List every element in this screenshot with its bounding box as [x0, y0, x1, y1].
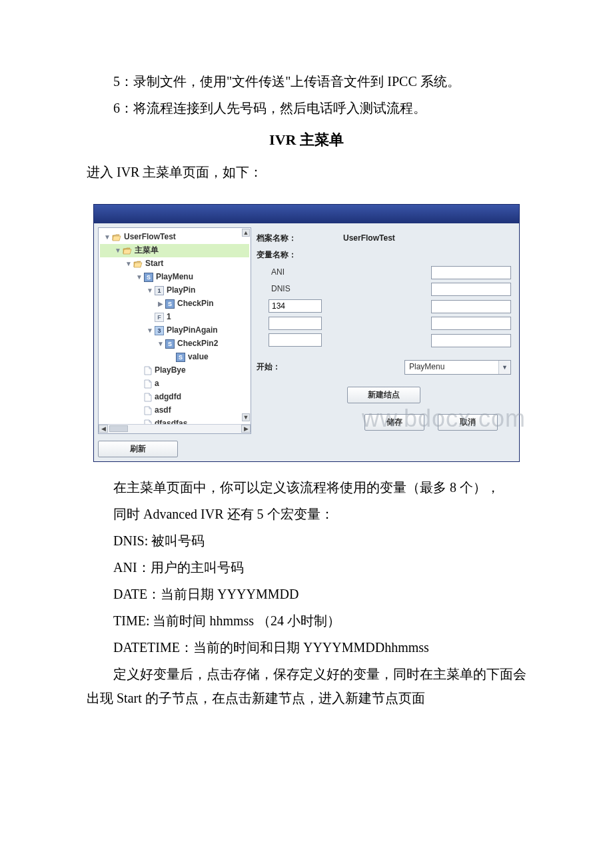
scroll-up-button[interactable]: ▲: [242, 229, 250, 237]
doc-after-3: 定义好变量后，点击存储，保存定义好的变量，同时在主菜单的下面会出现 Start …: [87, 662, 526, 710]
tree-label: CheckPin2: [177, 337, 218, 351]
chevron-down-icon: ▼: [498, 361, 510, 374]
tree-node-adgdfd[interactable]: adgdfd: [100, 391, 249, 404]
scroll-right-button[interactable]: ▶: [241, 425, 251, 433]
var-5-value-input[interactable]: [431, 334, 511, 347]
var-dnis-label: DNIS: [257, 282, 343, 297]
doc-macro-3: DATE：当前日期 YYYYMMDD: [87, 582, 526, 606]
three-node-icon: 3: [155, 326, 164, 335]
horizontal-scrollbar[interactable]: ◀ ▶: [99, 424, 251, 433]
s-node-icon: S: [176, 353, 185, 362]
s-node-icon: S: [165, 339, 175, 349]
tree-label: 主菜单: [135, 243, 159, 258]
tree-node-checkpin[interactable]: ▶ S CheckPin: [100, 297, 249, 311]
chevron-down-icon[interactable]: ▼: [125, 258, 132, 270]
document-icon: [144, 393, 152, 402]
chevron-down-icon[interactable]: ▼: [147, 325, 153, 337]
scroll-down-button[interactable]: ▼: [242, 413, 250, 421]
folder-open-icon: [123, 247, 132, 255]
app-window: ▲ ▼ ▼ UserFlowTest ▼: [93, 204, 520, 462]
tree-node-start[interactable]: ▼ Start: [100, 257, 249, 271]
chevron-down-icon[interactable]: ▼: [115, 245, 121, 257]
tree-label: value: [188, 350, 209, 365]
tree-label: Start: [145, 257, 163, 271]
var-5-name-input[interactable]: [269, 333, 322, 347]
tree-node-1[interactable]: F 1: [100, 311, 249, 324]
tree-label: a: [155, 377, 159, 391]
start-label: 开始：: [257, 360, 343, 375]
var-dnis-input[interactable]: [431, 283, 511, 296]
tree-label: PlayPinAgain: [167, 323, 218, 338]
document-icon: [144, 366, 152, 375]
tree-node-playpin[interactable]: ▼ 1 PlayPin: [100, 284, 249, 297]
tree-label: PlayBye: [155, 363, 186, 378]
folder-open-icon: [112, 233, 121, 241]
tree-label: 1: [167, 310, 171, 325]
tree-node-value[interactable]: S value: [100, 351, 249, 364]
tree-label: UserFlowTest: [124, 230, 176, 245]
one-node-icon: 1: [155, 286, 164, 295]
start-select-value: PlayMenu: [409, 360, 444, 375]
tree-panel: ▲ ▼ ▼ UserFlowTest ▼: [98, 227, 251, 457]
save-button[interactable]: 储存: [364, 414, 424, 431]
tree-label: CheckPin: [177, 297, 214, 311]
app-titlebar: [94, 205, 519, 223]
archive-name-label: 档案名称：: [257, 231, 343, 246]
doc-line-6: 6：将流程连接到人先号码，然后电话呼入测试流程。: [87, 96, 526, 120]
cancel-button[interactable]: 取消: [438, 414, 498, 431]
var-3-value-input[interactable]: [431, 300, 511, 313]
document-icon: [144, 379, 152, 389]
doc-line-5: 5：录制文件，使用"文件传送"上传语音文件到 IPCC 系统。: [87, 69, 526, 93]
tree-node-playbye[interactable]: PlayBye: [100, 364, 249, 377]
doc-intro: 进入 IVR 主菜单页面，如下：: [87, 160, 526, 184]
doc-macro-4: TIME: 当前时间 hhmmss （24 小时制）: [87, 609, 526, 633]
ivr-screenshot: ▲ ▼ ▼ UserFlowTest ▼: [87, 204, 526, 462]
tree-content: ▼ UserFlowTest ▼ 主菜单: [99, 228, 251, 434]
doc-macro-1: DNIS: 被叫号码: [87, 529, 526, 553]
folder-open-icon: [133, 260, 143, 268]
tree-label: PlayPin: [167, 283, 195, 298]
chevron-down-icon[interactable]: ▼: [104, 231, 111, 243]
chevron-right-icon[interactable]: ▶: [157, 298, 164, 310]
doc-macro-5: DATETIME：当前的时间和日期 YYYYMMDDhhmmss: [87, 635, 526, 659]
chevron-down-icon[interactable]: ▼: [136, 271, 143, 283]
start-select[interactable]: PlayMenu ▼: [404, 360, 511, 375]
refresh-button[interactable]: 刷新: [98, 441, 178, 457]
doc-after-1: 在主菜单页面中，你可以定义该流程将使用的变量（最多 8 个），: [87, 475, 526, 499]
tree-label: adgdfd: [155, 390, 181, 405]
tree-node-userflowtest[interactable]: ▼ UserFlowTest: [100, 231, 249, 244]
form-panel: 档案名称： UserFlowTest 变量名称： ANI DNIS: [255, 227, 515, 457]
tree-label: PlayMenu: [156, 270, 193, 285]
heading-ivr-main: IVR 主菜单: [87, 127, 526, 153]
tree-box[interactable]: ▲ ▼ ▼ UserFlowTest ▼: [98, 227, 251, 434]
var-4-name-input[interactable]: [269, 317, 322, 330]
tree-node-playpinagain[interactable]: ▼ 3 PlayPinAgain: [100, 324, 249, 337]
var-ani-label: ANI: [257, 265, 343, 280]
doc-macro-2: ANI：用户的主叫号码: [87, 555, 526, 579]
scroll-left-button[interactable]: ◀: [99, 425, 108, 433]
var-ani-input[interactable]: [431, 266, 511, 279]
s-node-icon: S: [165, 299, 175, 309]
tree-node-checkpin2[interactable]: ▼ S CheckPin2: [100, 337, 249, 351]
tree-node-asdf[interactable]: asdf: [100, 404, 249, 417]
var-name-label: 变量名称：: [257, 248, 343, 263]
chevron-down-icon[interactable]: ▼: [147, 285, 153, 297]
scroll-thumb[interactable]: [109, 425, 128, 432]
tree-node-a[interactable]: a: [100, 377, 249, 391]
var-3-name-input[interactable]: [269, 299, 322, 313]
s-node-icon: S: [144, 273, 153, 282]
var-4-value-input[interactable]: [431, 317, 511, 330]
doc-after-2: 同时 Advanced IVR 还有 5 个宏变量：: [87, 502, 526, 526]
f-node-icon: F: [155, 313, 164, 322]
tree-label: asdf: [155, 403, 171, 418]
new-node-button[interactable]: 新建结点: [347, 387, 420, 403]
tree-node-main-menu[interactable]: ▼ 主菜单: [100, 244, 249, 257]
archive-name-value: UserFlowTest: [343, 231, 395, 246]
chevron-down-icon[interactable]: ▼: [157, 338, 164, 350]
tree-node-playmenu[interactable]: ▼ S PlayMenu: [100, 271, 249, 284]
document-icon: [144, 406, 152, 415]
